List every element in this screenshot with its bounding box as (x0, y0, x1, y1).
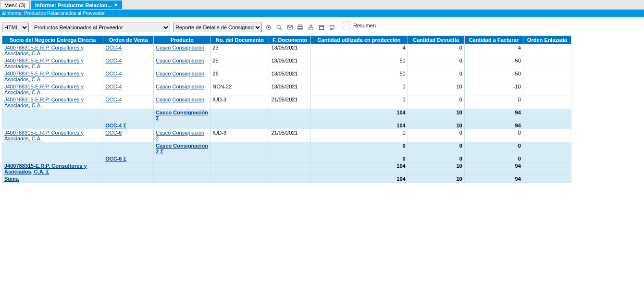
cell-orden[interactable]: OCC-4 (103, 96, 154, 109)
breadcrumb-text: &Informe: Productos Relacionados al Prov… (2, 11, 105, 16)
cell-cprod: 50 (310, 70, 408, 83)
col-header-doc[interactable]: No. del Documento (211, 36, 269, 44)
cell-socio-link[interactable]: J400788315-E.R.P. Consultores y Asociado… (4, 45, 84, 56)
col-header-socio[interactable]: Socio del Negocio Entrega Directa (2, 36, 103, 44)
cell-doc: NCN-22 (211, 83, 269, 96)
cell-socio-link[interactable]: J400788315-E.R.P. Consultores y Asociado… (4, 97, 84, 108)
cell-producto-link[interactable]: Casco Consignación (156, 97, 204, 102)
tab-bar: Menú (3) Informe: Productos Relacion... … (0, 0, 644, 10)
col-header-producto[interactable]: Producto (154, 36, 211, 44)
cell-producto-link[interactable]: Casco Consignación (156, 45, 204, 50)
sub-report-select[interactable]: Reporte de Detalle de Consignación (173, 23, 262, 32)
table-row: J400788315-E.R.P. Consultores y Asociado… (2, 96, 571, 109)
cell-socio-link[interactable]: J400788315-E.R.P. Consultores y Asociado… (4, 71, 84, 82)
cell-orden[interactable]: OCC-4 (103, 70, 154, 83)
col-header-cprod[interactable]: Cantidad utilizada en producción (310, 36, 408, 44)
cell-producto-link[interactable]: Casco Consignación (156, 71, 204, 76)
subtotal-label[interactable]: OCC-6 Σ (105, 156, 126, 162)
export-icon[interactable] (307, 24, 315, 31)
cell-enl (523, 122, 571, 129)
cell-fdoc (269, 122, 310, 129)
cell-orden[interactable]: OCC-4 (103, 44, 154, 57)
cell-orden-link[interactable]: OCC-6 (105, 130, 122, 136)
summary-checkbox-wrap[interactable]: Resumen (341, 20, 376, 31)
cell-orden-link[interactable]: OCC-4 (105, 97, 122, 102)
refresh-icon[interactable] (328, 24, 336, 31)
cell-cdev: 0 (408, 44, 464, 57)
cell-orden[interactable]: OCC-6 Σ (103, 155, 154, 162)
subtotal-label[interactable]: OCC-4 Σ (105, 123, 126, 128)
col-header-enl[interactable]: Orden Enlazada (523, 36, 571, 44)
cell-socio-link[interactable]: J400788315-E.R.P. Consultores y Asociado… (4, 130, 84, 141)
subtotal-label[interactable]: Casco Consignación Σ (156, 110, 208, 121)
col-header-cdev[interactable]: Cantidad Devuelta (408, 36, 464, 44)
summary-checkbox[interactable] (343, 22, 350, 29)
cell-orden[interactable]: OCC-6 (103, 129, 154, 142)
cell-cprod: 0 (310, 129, 408, 142)
cell-socio[interactable]: J400788315-E.R.P. Consultores y Asociado… (2, 162, 103, 175)
cell-producto[interactable]: Casco Consignación (154, 96, 211, 109)
cell-producto (154, 122, 211, 129)
subtotal-label[interactable]: Suma (4, 176, 19, 182)
cell-cprod: 104 (310, 122, 408, 129)
subtotal-label[interactable]: J400788315-E.R.P. Consultores y Asociado… (4, 163, 87, 174)
tab-report-label: Informe: Productos Relacion... (35, 1, 112, 10)
cell-orden[interactable]: OCC-4 (103, 57, 154, 70)
cell-socio[interactable]: J400788315-E.R.P. Consultores y Asociado… (2, 57, 103, 70)
toolbar: HTML Productos Relacionados al Proveedor… (0, 17, 644, 36)
cell-fdoc: 21/05/2021 (269, 129, 310, 142)
col-header-orden[interactable]: Orden de Venta (103, 36, 154, 44)
email-icon[interactable] (286, 24, 294, 31)
cell-fdoc (269, 155, 310, 162)
cell-orden-link[interactable]: OCC-4 (105, 58, 122, 63)
cell-cprod: 104 (310, 162, 408, 175)
cell-producto[interactable]: Casco Consignación 2 Σ (154, 142, 211, 155)
cell-producto-link[interactable]: Casco Consignación (156, 58, 204, 63)
cell-producto[interactable]: Casco Consignación (154, 57, 211, 70)
cell-producto-link[interactable]: Casco Consignación 2 (156, 130, 204, 141)
cell-producto[interactable]: Casco Consignación (154, 83, 211, 96)
cell-socio[interactable]: J400788315-E.R.P. Consultores y Asociado… (2, 83, 103, 96)
cell-doc: 23 (211, 44, 269, 57)
cell-doc (211, 109, 269, 122)
cell-socio[interactable]: J400788315-E.R.P. Consultores y Asociado… (2, 129, 103, 142)
cell-orden-link[interactable]: OCC-4 (105, 71, 122, 76)
col-header-fdoc[interactable]: F. Documento (269, 36, 310, 44)
cell-enl (523, 142, 571, 155)
cell-socio[interactable]: J400788315-E.R.P. Consultores y Asociado… (2, 44, 103, 57)
cell-producto[interactable]: Casco Consignación Σ (154, 109, 211, 122)
cell-socio-link[interactable]: J400788315-E.R.P. Consultores y Asociado… (4, 58, 84, 69)
format-select[interactable]: HTML (2, 23, 29, 32)
cell-cdev: 10 (408, 109, 464, 122)
cell-socio[interactable]: Suma (2, 175, 103, 183)
print-icon[interactable] (297, 24, 304, 31)
cell-doc: 26 (211, 70, 269, 83)
report-select[interactable]: Productos Relacionados al Proveedor (32, 23, 170, 32)
tab-menu[interactable]: Menú (3) (0, 0, 30, 9)
cell-producto[interactable]: Casco Consignación (154, 44, 211, 57)
cell-cdev: 10 (408, 83, 464, 96)
cell-orden[interactable]: OCC-4 (103, 83, 154, 96)
search-icon[interactable] (275, 24, 283, 31)
cell-socio-link[interactable]: J400788315-E.R.P. Consultores y Asociado… (4, 84, 84, 95)
close-icon[interactable]: ✕ (114, 1, 118, 10)
tab-report[interactable]: Informe: Productos Relacion... ✕ (31, 0, 122, 9)
cell-socio[interactable]: J400788315-E.R.P. Consultores y Asociado… (2, 70, 103, 83)
table-subtotal-row: OCC-6 Σ000 (2, 155, 571, 162)
cell-orden[interactable]: OCC-4 Σ (103, 122, 154, 129)
cell-orden-link[interactable]: OCC-4 (105, 84, 122, 89)
cell-producto[interactable]: Casco Consignación 2 (154, 129, 211, 142)
col-header-cfac[interactable]: Cantidad a Facturar (464, 36, 523, 44)
target-icon[interactable] (265, 24, 272, 31)
cell-enl (523, 175, 571, 183)
subtotal-label[interactable]: Casco Consignación 2 Σ (156, 143, 208, 154)
cell-enl (523, 129, 571, 142)
cell-producto[interactable]: Casco Consignación (154, 70, 211, 83)
cell-fdoc (269, 109, 310, 122)
cell-producto-link[interactable]: Casco Consignación (156, 84, 204, 89)
cell-cprod: 0 (310, 142, 408, 155)
cell-orden-link[interactable]: OCC-4 (105, 45, 122, 50)
archive-icon[interactable] (318, 24, 325, 31)
cell-socio[interactable]: J400788315-E.R.P. Consultores y Asociado… (2, 96, 103, 109)
cell-cprod: 104 (310, 109, 408, 122)
